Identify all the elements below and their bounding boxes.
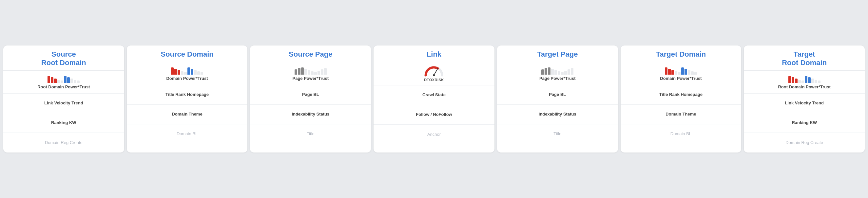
card-header-source-page: Source Page <box>250 45 371 62</box>
card-header-target-domain: Target Domain <box>621 45 742 62</box>
pt-widget-target-domain: Domain Power*Trust <box>660 65 702 81</box>
row-label-link-3: Anchor <box>427 132 441 137</box>
pt-bar-source-page-2 <box>301 67 304 75</box>
pt-bar-target-page-5 <box>558 71 560 75</box>
pt-widget-target-root-domain: Root Domain Power*Trust <box>778 74 830 90</box>
pt-bar-target-root-domain-7 <box>811 78 814 83</box>
pt-widget-source-page: Page Power*Trust <box>292 65 329 81</box>
pt-bar-target-page-7 <box>564 71 567 75</box>
pt-bar-target-root-domain-6 <box>808 77 811 83</box>
pt-widget-source-domain: Domain Power*Trust <box>166 65 208 81</box>
pt-bar-source-page-4 <box>308 70 310 75</box>
pt-bar-source-domain-2 <box>178 70 180 75</box>
row-label-target-page-3: Title <box>553 131 561 137</box>
pt-bar-source-page-3 <box>304 69 307 75</box>
card-row-source-root-domain-0: Root Domain Power*Trust <box>3 71 124 94</box>
pt-bars-target-domain <box>665 65 697 75</box>
card-row-source-page-2: Indexability Status <box>250 105 371 124</box>
card-row-target-page-0: Page Power*Trust <box>497 62 618 85</box>
pt-bar-target-domain-4 <box>678 72 681 75</box>
pt-bar-target-root-domain-5 <box>805 76 807 83</box>
card-rows-target-page: Page Power*TrustPage BLIndexability Stat… <box>497 62 618 144</box>
card-row-link-1: Crawl State <box>374 86 494 105</box>
card-row-source-root-domain-3: Domain Reg Create <box>3 133 124 153</box>
card-row-source-root-domain-2: Ranking KW <box>3 113 124 133</box>
pt-bar-source-root-domain-6 <box>67 77 70 83</box>
svg-line-0 <box>434 68 438 75</box>
row-label-target-domain-3: Domain BL <box>671 131 691 137</box>
pt-bar-target-root-domain-3 <box>798 80 801 83</box>
pt-bar-target-domain-8 <box>691 71 694 75</box>
card-title-link: Link <box>377 50 491 59</box>
card-link: LinkDTOXRISKCrawl StateFollow / NoFollow… <box>374 45 494 153</box>
card-rows-target-root-domain: Root Domain Power*TrustLink Velocity Tre… <box>744 71 865 153</box>
pt-bar-target-domain-9 <box>694 72 697 75</box>
card-row-link-0: DTOXRISK <box>374 62 494 86</box>
row-label-target-root-domain-3: Domain Reg Create <box>785 140 823 145</box>
card-header-target-root-domain: TargetRoot Domain <box>744 45 865 71</box>
row-label-target-root-domain-2: Ranking KW <box>792 120 817 126</box>
pt-bar-source-page-1 <box>298 68 301 75</box>
pt-bar-target-page-3 <box>551 69 554 75</box>
dtox-label: DTOXRISK <box>424 78 444 82</box>
pt-label-target-root-domain: Root Domain Power*Trust <box>778 85 830 90</box>
card-row-target-domain-3: Domain BL <box>621 124 742 144</box>
pt-bar-target-root-domain-1 <box>792 77 794 83</box>
card-row-source-domain-1: Title Rank Homepage <box>127 85 248 105</box>
pt-bar-source-root-domain-9 <box>77 80 80 83</box>
row-label-source-page-3: Title <box>307 131 315 137</box>
pt-widget-source-root-domain: Root Domain Power*Trust <box>37 74 90 90</box>
card-rows-source-page: Page Power*TrustPage BLIndexability Stat… <box>250 62 371 144</box>
pt-bar-source-root-domain-8 <box>74 80 76 83</box>
dtox-widget: DTOXRISK <box>424 65 444 82</box>
pt-bar-source-domain-1 <box>174 69 177 75</box>
pt-label-target-domain: Domain Power*Trust <box>660 76 702 81</box>
card-title-target-root-domain: TargetRoot Domain <box>748 50 861 67</box>
card-header-link: Link <box>374 45 494 62</box>
card-row-target-root-domain-3: Domain Reg Create <box>744 133 865 153</box>
pt-bar-target-root-domain-2 <box>795 78 798 83</box>
pt-bar-source-page-0 <box>294 69 297 75</box>
pt-bar-source-root-domain-4 <box>61 80 63 83</box>
row-label-link-2: Follow / NoFollow <box>416 112 452 118</box>
pt-bar-target-domain-3 <box>675 71 677 75</box>
pt-bar-target-domain-7 <box>688 70 690 75</box>
row-label-source-root-domain-1: Link Velocity Trend <box>44 100 83 106</box>
columns-container: SourceRoot DomainRoot Domain Power*Trust… <box>3 45 865 153</box>
card-rows-target-domain: Domain Power*TrustTitle Rank HomepageDom… <box>621 62 742 144</box>
row-label-source-root-domain-3: Domain Reg Create <box>45 140 83 145</box>
row-label-source-page-2: Indexability Status <box>291 111 329 117</box>
pt-bar-target-domain-6 <box>684 69 687 75</box>
card-rows-source-root-domain: Root Domain Power*TrustLink Velocity Tre… <box>3 71 124 153</box>
pt-bar-source-page-9 <box>324 68 327 75</box>
card-row-source-root-domain-1: Link Velocity Trend <box>3 94 124 113</box>
card-row-source-page-3: Title <box>250 124 371 144</box>
card-row-source-domain-0: Domain Power*Trust <box>127 62 248 85</box>
pt-bars-source-page <box>294 65 327 75</box>
pt-bar-source-page-5 <box>311 71 314 75</box>
card-row-target-root-domain-2: Ranking KW <box>744 113 865 133</box>
pt-bar-source-domain-4 <box>184 72 187 75</box>
pt-bar-target-root-domain-4 <box>802 80 804 83</box>
row-label-source-domain-2: Domain Theme <box>172 111 202 117</box>
pt-bar-target-page-4 <box>554 70 557 75</box>
svg-point-1 <box>433 74 435 76</box>
pt-bars-source-root-domain <box>48 74 80 83</box>
row-label-target-domain-1: Title Rank Homepage <box>659 92 703 98</box>
card-rows-source-domain: Domain Power*TrustTitle Rank HomepageDom… <box>127 62 248 144</box>
pt-bar-source-domain-6 <box>191 69 193 75</box>
card-header-target-page: Target Page <box>497 45 618 62</box>
row-label-target-root-domain-1: Link Velocity Trend <box>785 100 824 106</box>
pt-bar-target-page-2 <box>548 67 551 75</box>
row-label-source-domain-1: Title Rank Homepage <box>165 92 209 98</box>
card-row-target-root-domain-0: Root Domain Power*Trust <box>744 71 865 94</box>
card-target-page: Target PagePage Power*TrustPage BLIndexa… <box>497 45 618 153</box>
pt-bars-target-page <box>541 65 574 75</box>
pt-bar-source-domain-0 <box>171 67 174 75</box>
card-row-target-page-1: Page BL <box>497 85 618 105</box>
card-row-target-page-2: Indexability Status <box>497 105 618 124</box>
pt-bar-target-page-6 <box>561 72 564 75</box>
card-row-source-page-1: Page BL <box>250 85 371 105</box>
row-label-target-page-1: Page BL <box>549 92 566 98</box>
pt-bar-source-root-domain-5 <box>64 76 66 83</box>
